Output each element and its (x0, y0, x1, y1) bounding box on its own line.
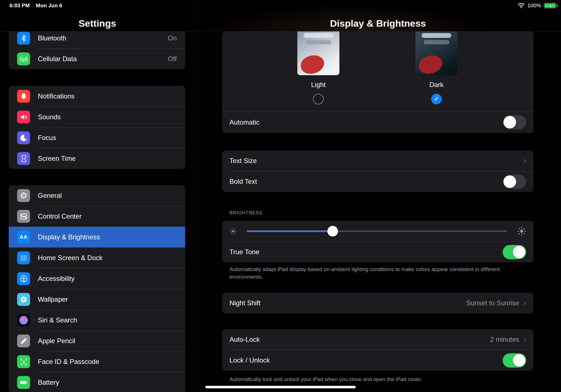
automatic-toggle[interactable] (503, 115, 526, 129)
control-center-icon (17, 210, 30, 223)
sidebar-item-label: Siri & Search (38, 316, 77, 324)
brightness-slider-track[interactable] (247, 230, 507, 232)
thumbnail-widget-bar (304, 33, 333, 38)
lock-unlock-row: Lock / Unlock (222, 350, 534, 371)
sidebar-item-accessibility[interactable]: Accessibility (9, 268, 185, 289)
lock-unlock-footer: Automatically lock and unlock your iPad … (229, 375, 526, 383)
sidebar-item-label: Battery (38, 379, 59, 386)
text-size-row[interactable]: Text Size › (222, 150, 534, 171)
status-date: Mon Jun 6 (36, 3, 62, 9)
chevron-right-icon: › (523, 156, 526, 165)
sidebar-item-label: Bluetooth (38, 34, 66, 42)
sidebar-item-face-id-passcode[interactable]: Face ID & Passcode (9, 351, 185, 372)
sidebar-item-label: Control Center (38, 212, 82, 220)
speaker-icon (17, 111, 30, 123)
home-screen-dock-icon (17, 251, 30, 264)
sidebar-item-siri-search[interactable]: Siri & Search (9, 310, 185, 331)
appearance-section: Light Dark ✓ Automatic (222, 31, 534, 133)
automatic-row: Automatic (222, 111, 534, 133)
sidebar-item-label: Apple Pencil (38, 337, 75, 345)
sidebar-item-display-brightness[interactable]: AA Display & Brightness (9, 227, 185, 247)
bold-text-toggle[interactable] (503, 175, 526, 189)
locking-section: Auto-Lock 2 minutes › Lock / Unlock (222, 329, 534, 371)
text-size-label: Text Size (229, 157, 257, 165)
battery-percentage: 100% (527, 3, 541, 9)
dark-label: Dark (415, 81, 457, 89)
sidebar-item-general[interactable]: ⚙ General (9, 185, 185, 206)
night-shift-row[interactable]: Night Shift Sunset to Sunrise › (222, 293, 534, 313)
bold-text-label: Bold Text (229, 178, 257, 185)
sidebar-item-home-screen-dock[interactable]: Home Screen & Dock (9, 247, 185, 268)
light-radio-button[interactable] (313, 94, 324, 104)
chevron-right-icon: › (523, 334, 526, 343)
page-title: Display & Brightness (195, 18, 561, 29)
night-shift-label: Night Shift (229, 299, 261, 307)
night-shift-value: Sunset to Sunrise (466, 299, 519, 307)
bold-text-row: Bold Text (222, 171, 534, 192)
dark-radio-button-selected[interactable]: ✓ (431, 94, 442, 104)
night-shift-section: Night Shift Sunset to Sunrise › (222, 293, 534, 313)
accessibility-icon (17, 272, 30, 285)
sidebar-item-notifications[interactable]: Notifications (9, 86, 185, 107)
charging-bolt-icon (548, 3, 552, 9)
true-tone-footer: Automatically adapt iPad display based o… (229, 265, 526, 281)
battery-charging-icon (544, 3, 557, 9)
moon-icon (17, 131, 30, 144)
sidebar-item-focus[interactable]: Focus (9, 127, 185, 148)
siri-icon (17, 314, 30, 327)
wallpaper-blob (299, 54, 326, 75)
status-left: 6:03 PM Mon Jun 6 (10, 3, 62, 9)
checkmark-icon: ✓ (434, 95, 439, 103)
wifi-icon (518, 3, 525, 8)
settings-sidebar: Settings Bluetooth On C (0, 0, 195, 392)
true-tone-toggle[interactable] (503, 245, 526, 259)
gear-icon: ⚙ (17, 189, 30, 202)
sidebar-item-control-center[interactable]: Control Center (9, 206, 185, 227)
status-time: 6:03 PM (10, 3, 30, 9)
sidebar-group-notifications: Notifications Sounds Focus Screen Time (9, 86, 185, 169)
battery-tip (557, 4, 558, 7)
true-tone-row: True Tone (222, 242, 534, 262)
appearance-light-thumbnail[interactable] (297, 31, 339, 75)
sidebar-item-label: Wallpaper (38, 295, 68, 303)
sidebar-item-value: Off (168, 55, 185, 63)
sidebar-item-label: Face ID & Passcode (38, 358, 99, 366)
bluetooth-icon (17, 32, 30, 45)
sidebar-item-battery[interactable]: Battery (9, 372, 185, 392)
sidebar-item-cellular-data[interactable]: Cellular Data Off (9, 49, 185, 69)
display-brightness-icon: AA (17, 231, 30, 244)
auto-lock-value: 2 minutes (490, 336, 519, 343)
light-label: Light (297, 81, 339, 89)
wallpaper-blob (417, 54, 444, 75)
lock-unlock-label: Lock / Unlock (229, 356, 270, 364)
faceid-icon (17, 355, 30, 368)
brightness-slider-knob[interactable] (327, 226, 338, 237)
wallpaper-icon (17, 293, 30, 306)
appearance-dark-thumbnail[interactable] (415, 31, 457, 75)
lock-unlock-toggle[interactable] (503, 353, 526, 368)
brightness-slider-fill (247, 230, 333, 232)
sidebar-item-label: Sounds (38, 113, 61, 121)
auto-lock-label: Auto-Lock (229, 336, 260, 343)
home-indicator[interactable] (205, 386, 356, 388)
sidebar-item-sounds[interactable]: Sounds (9, 107, 185, 127)
brightness-slider-row (222, 221, 534, 242)
ipad-settings-screen: 6:03 PM Mon Jun 6 100% Settings (0, 0, 561, 392)
true-tone-label: True Tone (229, 248, 259, 256)
sidebar-item-label: Cellular Data (38, 55, 77, 63)
sidebar-item-wallpaper[interactable]: Wallpaper (9, 289, 185, 310)
sidebar-group-general: ⚙ General Control Center AA Display & Br… (9, 185, 185, 392)
status-right: 100% (518, 3, 557, 9)
sidebar-item-label: Display & Brightness (38, 233, 100, 241)
sidebar-item-label: Accessibility (38, 275, 75, 283)
sidebar-item-apple-pencil[interactable]: Apple Pencil (9, 331, 185, 351)
sidebar-item-label: Home Screen & Dock (38, 254, 103, 262)
hourglass-icon (17, 152, 30, 165)
pencil-icon (17, 334, 30, 347)
display-brightness-pane: Display & Brightness Light Dark ✓ Automa… (195, 0, 561, 392)
sidebar-item-screen-time[interactable]: Screen Time (9, 148, 185, 169)
cellular-icon (17, 52, 30, 65)
brightness-high-icon (517, 226, 527, 236)
bell-icon (17, 90, 30, 103)
auto-lock-row[interactable]: Auto-Lock 2 minutes › (222, 329, 534, 350)
